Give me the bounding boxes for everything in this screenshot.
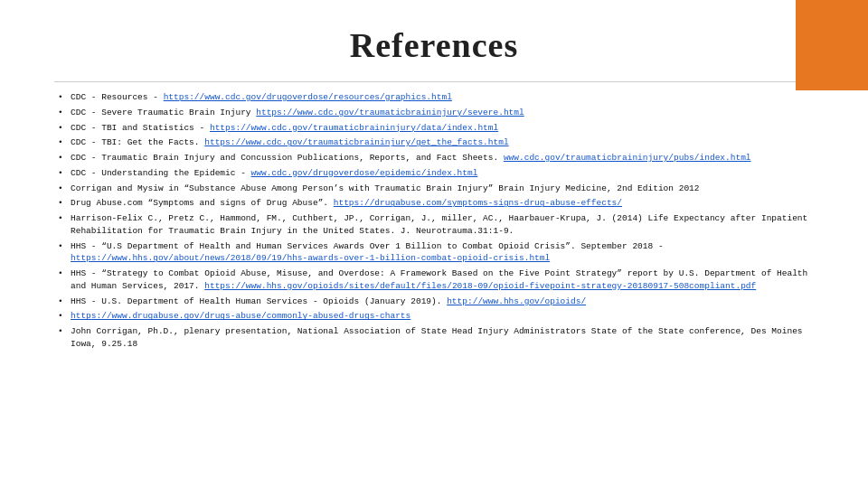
reference-link[interactable]: https://www.cdc.gov/traumaticbraininjury…: [256, 108, 524, 117]
list-item: CDC - Understanding the Epidemic - www.c…: [54, 167, 814, 180]
main-container: References CDC - Resources - https://www…: [0, 0, 868, 488]
list-item: Drug Abuse.com “Symptoms and signs of Dr…: [54, 197, 814, 210]
reference-link[interactable]: https://www.cdc.gov/traumaticbraininjury…: [204, 137, 508, 147]
reference-link[interactable]: https://www.cdc.gov/drugoverdose/resourc…: [164, 92, 452, 102]
orange-accent-block: [796, 0, 868, 90]
reference-link[interactable]: https://drugabuse.com/symptoms-signs-dru…: [334, 198, 622, 208]
reference-link[interactable]: www.cdc.gov/traumaticbraininjury/pubs/in…: [504, 153, 751, 163]
reference-link[interactable]: https://www.hhs.gov/opioids/sites/defaul…: [204, 281, 756, 291]
list-item: Harrison-Felix C., Pretz C., Hammond, FM…: [54, 212, 814, 238]
divider: [54, 81, 814, 82]
reference-link[interactable]: http://www.hhs.gov/opioids/: [447, 296, 586, 306]
list-item: HHS - “U.S Department of Health and Huma…: [54, 240, 814, 266]
page-title: References: [54, 0, 814, 81]
reference-link[interactable]: https://www.hhs.gov/about/news/2018/09/1…: [71, 253, 550, 263]
list-item: CDC - Severe Traumatic Brain Injury http…: [54, 107, 814, 119]
list-item: CDC - TBI: Get the Facts. https://www.cd…: [54, 136, 814, 149]
list-item: Corrigan and Mysiw in “Substance Abuse A…: [54, 183, 814, 195]
reference-link[interactable]: https://www.cdc.gov/traumaticbraininjury…: [210, 123, 498, 133]
reference-link[interactable]: https://www.drugabuse.gov/drugs-abuse/co…: [71, 311, 410, 321]
list-item: HHS - “Strategy to Combat Opioid Abuse, …: [54, 267, 814, 293]
list-item: CDC - Resources - https://www.cdc.gov/dr…: [54, 91, 814, 104]
list-item: CDC - TBI and Statistics - https://www.c…: [54, 122, 814, 135]
list-item: https://www.drugabuse.gov/drugs-abuse/co…: [54, 310, 814, 323]
reference-link[interactable]: www.cdc.gov/drugoverdose/epidemic/index.…: [251, 168, 478, 178]
list-item: CDC - Traumatic Brain Injury and Concuss…: [54, 152, 814, 164]
references-list: CDC - Resources - https://www.cdc.gov/dr…: [54, 91, 814, 351]
list-item: HHS - U.S. Department of Health Human Se…: [54, 296, 814, 308]
list-item: John Corrigan, Ph.D., plenary presentati…: [54, 325, 814, 351]
